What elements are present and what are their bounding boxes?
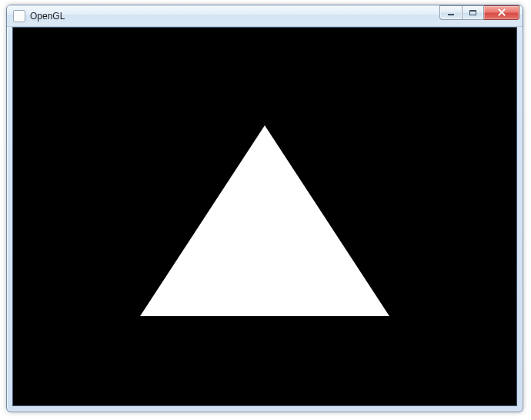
app-icon	[13, 10, 25, 22]
maximize-icon	[469, 10, 476, 15]
rendered-triangle	[140, 125, 389, 315]
window-frame: OpenGL	[6, 5, 523, 412]
titlebar[interactable]: OpenGL	[7, 5, 523, 27]
caption-buttons	[439, 5, 519, 26]
minimize-button[interactable]	[439, 5, 462, 20]
close-icon	[497, 8, 506, 17]
maximize-button[interactable]	[462, 5, 484, 20]
opengl-viewport	[13, 28, 516, 405]
client-area	[12, 27, 517, 406]
window-title: OpenGL	[30, 11, 439, 22]
close-button[interactable]	[484, 5, 519, 20]
minimize-icon	[448, 14, 454, 15]
